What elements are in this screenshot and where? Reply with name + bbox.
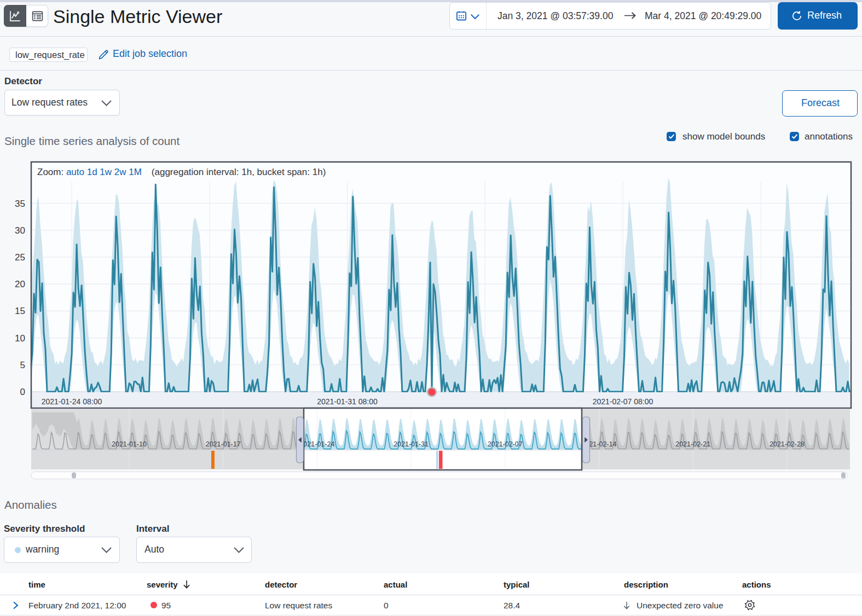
svg-text:2021-02-07 08:00: 2021-02-07 08:00 <box>593 397 653 406</box>
svg-text:2021-01-10: 2021-01-10 <box>112 440 147 448</box>
svg-text:Zoom: auto 1d 1w 2w 1M (aggr: Zoom: auto 1d 1w 2w 1M (aggregation inte… <box>37 167 326 177</box>
svg-text:20: 20 <box>15 279 25 289</box>
svg-text:2021-01-17: 2021-01-17 <box>206 440 241 448</box>
svg-text:35: 35 <box>15 199 25 209</box>
svg-text:5: 5 <box>20 360 25 370</box>
svg-text:10: 10 <box>15 333 25 344</box>
svg-text:15: 15 <box>15 306 25 316</box>
svg-text:2021-02-07: 2021-02-07 <box>488 440 523 448</box>
svg-text:2021-01-31 08:00: 2021-01-31 08:00 <box>317 397 378 406</box>
svg-text:0: 0 <box>20 387 25 397</box>
svg-text:2021-02-21: 2021-02-21 <box>675 440 710 448</box>
svg-text:2021-01-24: 2021-01-24 <box>299 440 334 448</box>
svg-text:25: 25 <box>15 252 25 263</box>
svg-text:2021-02-28: 2021-02-28 <box>770 440 805 448</box>
svg-text:2021-01-31: 2021-01-31 <box>394 440 429 448</box>
svg-text:2021-01-24 08:00: 2021-01-24 08:00 <box>42 397 102 406</box>
svg-text:30: 30 <box>15 225 25 236</box>
